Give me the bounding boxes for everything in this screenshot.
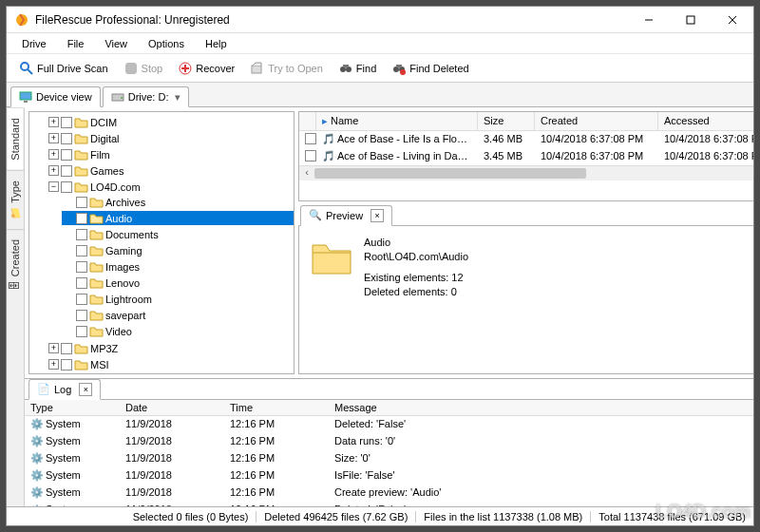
tree-node-savepart[interactable]: savepart bbox=[62, 308, 294, 322]
checkbox[interactable] bbox=[61, 165, 72, 177]
checkbox[interactable] bbox=[76, 294, 87, 305]
log-pane: 📄Log× Type Date Time Message ⚙️System11/… bbox=[25, 378, 753, 506]
stop-button[interactable]: Stop bbox=[117, 57, 170, 80]
file-list-header: ▸ Name Size Created Accessed bbox=[299, 112, 753, 131]
log-col-type[interactable]: Type bbox=[25, 400, 120, 415]
col-name[interactable]: Name bbox=[331, 115, 358, 126]
tree-node-program-files[interactable]: +Program Files bbox=[47, 373, 294, 374]
checkbox[interactable] bbox=[61, 181, 72, 193]
expand-icon[interactable]: − bbox=[48, 181, 59, 192]
checkbox[interactable] bbox=[76, 229, 87, 240]
close-icon[interactable]: × bbox=[370, 209, 384, 222]
menu-view[interactable]: View bbox=[95, 36, 137, 51]
checkbox[interactable] bbox=[305, 133, 316, 144]
folder-icon bbox=[74, 342, 88, 354]
minimize-button[interactable] bbox=[628, 8, 670, 32]
col-accessed[interactable]: Accessed bbox=[658, 112, 753, 130]
menu-options[interactable]: Options bbox=[139, 36, 194, 51]
checkbox[interactable] bbox=[61, 149, 72, 161]
col-created[interactable]: Created bbox=[535, 112, 658, 130]
log-row[interactable]: ⚙️System11/9/201812:16 PMIsFile: 'False' bbox=[25, 467, 753, 484]
checkbox[interactable] bbox=[305, 150, 316, 162]
expand-icon[interactable]: + bbox=[48, 117, 59, 127]
svg-rect-2 bbox=[687, 16, 694, 24]
tree-node-film[interactable]: +Film bbox=[47, 147, 294, 162]
find-button[interactable]: Find bbox=[332, 57, 383, 80]
tree-node-gaming[interactable]: Gaming bbox=[62, 243, 294, 257]
checkbox[interactable] bbox=[61, 343, 72, 354]
menu-file[interactable]: File bbox=[58, 36, 94, 51]
checkbox[interactable] bbox=[61, 133, 72, 144]
log-row[interactable]: ⚙️System11/9/201812:16 PMCreate preview:… bbox=[25, 484, 753, 502]
checkbox[interactable] bbox=[76, 261, 87, 273]
log-col-date[interactable]: Date bbox=[120, 400, 224, 415]
tree-pane[interactable]: +DCIM+Digital+Film+Games−LO4D.comArchive… bbox=[28, 111, 294, 374]
close-button[interactable] bbox=[712, 8, 753, 32]
expand-icon[interactable]: + bbox=[48, 133, 59, 143]
checkbox[interactable] bbox=[76, 277, 87, 289]
tree-node-digital[interactable]: +Digital bbox=[47, 131, 294, 145]
tree-node-lo4d-com[interactable]: −LO4D.com bbox=[47, 180, 294, 194]
log-col-time[interactable]: Time bbox=[224, 400, 329, 415]
svg-point-18 bbox=[400, 69, 406, 75]
tree-node-video[interactable]: Video bbox=[62, 324, 294, 338]
file-list[interactable]: ▸ Name Size Created Accessed 🎵Ace of Bas… bbox=[298, 111, 753, 201]
music-icon: 🎵 bbox=[322, 133, 335, 146]
col-size[interactable]: Size bbox=[478, 112, 535, 130]
close-icon[interactable]: × bbox=[79, 383, 92, 396]
tree-label: savepart bbox=[105, 310, 145, 321]
stop-icon bbox=[124, 61, 139, 76]
tree-label: Film bbox=[90, 149, 110, 161]
gear-icon: ⚙️ bbox=[30, 452, 44, 466]
checkbox[interactable] bbox=[61, 359, 72, 370]
expand-icon[interactable]: + bbox=[48, 359, 59, 370]
tree-label: LO4D.com bbox=[90, 181, 141, 193]
full-drive-scan-button[interactable]: Full Drive Scan bbox=[12, 57, 115, 80]
file-row[interactable]: 🎵Ace of Base - Living in Dange…3.45 MB10… bbox=[299, 148, 753, 165]
menu-help[interactable]: Help bbox=[196, 36, 237, 51]
tree-node-dcim[interactable]: +DCIM bbox=[47, 115, 294, 129]
checkbox[interactable] bbox=[76, 326, 87, 337]
log-col-message[interactable]: Message bbox=[329, 400, 753, 415]
tree-node-audio[interactable]: Audio bbox=[62, 211, 294, 225]
find-deleted-button[interactable]: Find Deleted bbox=[385, 57, 475, 80]
tree-node-lenovo[interactable]: Lenovo bbox=[62, 276, 294, 290]
folder-icon bbox=[74, 132, 88, 144]
tree-node-msi[interactable]: +MSI bbox=[47, 357, 294, 371]
folder-icon bbox=[74, 180, 88, 193]
recover-button[interactable]: Recover bbox=[171, 57, 241, 80]
expand-icon[interactable]: + bbox=[48, 149, 59, 160]
tree-node-images[interactable]: Images bbox=[62, 259, 294, 274]
checkbox[interactable] bbox=[76, 310, 87, 321]
maximize-button[interactable] bbox=[670, 8, 712, 32]
tree-node-mp3z[interactable]: +MP3Z bbox=[47, 341, 294, 355]
log-row[interactable]: ⚙️System11/9/201812:16 PMData runs: '0' bbox=[25, 433, 753, 450]
tree-node-games[interactable]: +Games bbox=[47, 163, 294, 178]
log-row[interactable]: ⚙️System11/9/201812:16 PMDeleted: 'False… bbox=[25, 416, 753, 433]
tab-log[interactable]: 📄Log× bbox=[28, 379, 101, 400]
expand-icon[interactable]: + bbox=[48, 165, 59, 176]
menu-drive[interactable]: Drive bbox=[12, 36, 56, 51]
checkbox[interactable] bbox=[76, 245, 87, 256]
expand-icon[interactable]: + bbox=[48, 343, 59, 353]
sidetab-created[interactable]: 🗄Created bbox=[7, 229, 24, 302]
sidetab-type[interactable]: 📁Type bbox=[7, 170, 24, 229]
hscrollbar[interactable]: ‹› bbox=[299, 165, 753, 180]
svg-point-5 bbox=[21, 63, 28, 70]
tab-preview[interactable]: 🔍Preview× bbox=[300, 205, 392, 226]
tree-node-archives[interactable]: Archives bbox=[62, 195, 294, 209]
try-to-open-button[interactable]: Try to Open bbox=[243, 57, 330, 80]
open-icon bbox=[250, 61, 265, 76]
checkbox[interactable] bbox=[76, 213, 87, 224]
file-row[interactable]: 🎵Ace of Base - Life Is a Flower…3.46 MB1… bbox=[299, 131, 753, 148]
log-body[interactable]: ⚙️System11/9/201812:16 PMDeleted: 'False… bbox=[25, 416, 753, 506]
checkbox[interactable] bbox=[61, 117, 72, 128]
log-row[interactable]: ⚙️System11/9/201812:16 PMSize: '0' bbox=[25, 450, 753, 467]
tree-node-lightroom[interactable]: Lightroom bbox=[62, 292, 294, 306]
tree-node-documents[interactable]: Documents bbox=[62, 227, 294, 241]
tab-device-view[interactable]: Device view bbox=[10, 86, 101, 107]
sidetab-standard[interactable]: Standard bbox=[8, 107, 23, 170]
tab-drive-d[interactable]: Drive: D:▾ bbox=[103, 86, 190, 107]
checkbox[interactable] bbox=[76, 197, 87, 208]
tree-label: Lightroom bbox=[105, 294, 152, 305]
